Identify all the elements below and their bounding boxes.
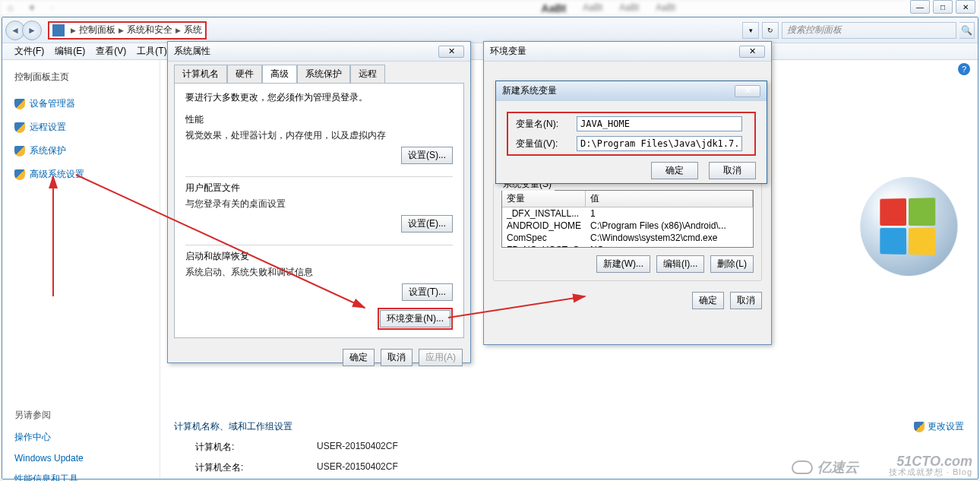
var-value-input[interactable] [577,136,742,151]
tab-computer-name[interactable]: 计算机名 [174,65,227,83]
see-also-perf-tools[interactable]: 性能信息和工具 [14,473,147,481]
chevron-right-icon: ▶ [71,27,76,34]
tab-advanced[interactable]: 高级 [262,65,297,83]
system-properties-dialog: 系统属性 ✕ 计算机名 硬件 高级 系统保护 远程 要进行大多数更改，您必须作为… [167,41,471,363]
menu-file[interactable]: 文件(F) [14,45,44,58]
see-also-windows-update[interactable]: Windows Update [14,453,147,464]
recovery-desc: 系统启动、系统失败和调试信息 [185,266,453,279]
sidebar-item-label: 高级系统设置 [30,168,84,181]
table-row[interactable]: ComSpecC:\Windows\system32\cmd.exe [502,232,753,244]
recovery-settings-button[interactable]: 设置(T)... [402,283,453,301]
section-title: 计算机名称、域和工作组设置 [174,420,964,433]
dialog-title: 系统属性 [174,45,210,58]
close-icon[interactable]: ✕ [739,46,765,58]
nav-forward-button[interactable]: ► [22,21,42,40]
recovery-heading: 启动和故障恢复 [185,250,453,263]
sysvars-table[interactable]: 变量 值 _DFX_INSTALL...1 ANDROID_HOMEC:\Pro… [501,190,754,248]
var-name-input[interactable] [577,116,742,131]
watermark-51cto: 51CTO.com 技术成就梦想 · Blog [889,454,972,476]
dialog-title: 新建系统变量 [502,84,557,97]
sidebar-item-advanced[interactable]: 高级系统设置 [14,168,147,181]
ok-button[interactable]: 确定 [692,292,724,309]
perf-settings-button[interactable]: 设置(S)... [401,147,453,164]
change-settings-link[interactable]: 更改设置 [914,420,964,433]
edit-var-button[interactable]: 编辑(I)... [656,255,704,273]
full-name-label: 计算机全名: [195,461,317,474]
admin-notice: 要进行大多数更改，您必须作为管理员登录。 [185,91,453,104]
breadcrumb-item[interactable]: 控制面板 [79,24,115,36]
close-icon[interactable]: ✕ [438,46,464,58]
breadcrumb-item[interactable]: 系统 [184,24,202,36]
see-also-title: 另请参阅 [14,409,147,422]
sidebar-item-remote[interactable]: 远程设置 [14,121,147,134]
shield-icon [14,122,25,133]
profile-heading: 用户配置文件 [185,182,453,195]
tab-strip: 计算机名 硬件 高级 系统保护 远程 [168,62,470,83]
var-name-label: 变量名(N): [516,118,577,131]
minimize-button[interactable]: — [910,0,930,14]
breadcrumb[interactable]: ▶ 控制面板 ▶ 系统和安全 ▶ 系统 [48,21,207,40]
new-system-variable-dialog: 新建系统变量 ✕ 变量名(N): 变量值(V): 确定 取消 [495,81,767,184]
full-name-value: USER-20150402CF [317,461,398,474]
menu-edit[interactable]: 编辑(E) [55,45,85,58]
ok-button[interactable]: 确定 [343,349,375,366]
profile-settings-button[interactable]: 设置(E)... [401,215,453,233]
watermark-yisuyun: 亿速云 [792,458,858,476]
history-dropdown[interactable]: ▾ [742,22,759,39]
window-controls: — □ ✕ [910,0,975,14]
menu-tools[interactable]: 工具(T) [137,45,166,58]
sidebar-item-protection[interactable]: 系统保护 [14,144,147,157]
computer-name-label: 计算机名: [195,441,317,454]
sidebar-item-label: 远程设置 [30,121,66,134]
ok-button[interactable]: 确定 [651,162,698,179]
chevron-right-icon: ▶ [119,27,124,34]
new-var-button[interactable]: 新建(W)... [596,255,650,273]
blurred-ribbon: ⌂▾· AaBt AaBt AaBt AaBt [0,0,980,17]
search-input[interactable]: 搜索控制面板 [782,22,956,39]
close-icon[interactable]: ✕ [735,85,760,97]
table-row[interactable]: ANDROID_HOMEC:\Program Files (x86)\Andro… [502,220,753,232]
cloud-icon [792,460,813,474]
shield-icon [14,169,25,180]
dialog-title: 环境变量 [490,45,526,58]
nav-bar: ◄ ► ▶ 控制面板 ▶ 系统和安全 ▶ 系统 ▾ ↻ 搜索控制面板 🔍 [2,17,978,43]
table-row[interactable]: FP_NO_HOST_C...NO [502,244,753,248]
perf-desc: 视觉效果，处理器计划，内存使用，以及虚拟内存 [185,129,453,142]
shield-icon [14,146,25,157]
perf-heading: 性能 [185,113,453,126]
shield-icon [914,422,925,432]
delete-var-button[interactable]: 删除(L) [710,255,754,273]
computer-name-value: USER-20150402CF [317,441,398,454]
cancel-button[interactable]: 取消 [730,292,762,309]
sidebar-item-label: 设备管理器 [30,97,75,110]
sidebar-item-label: 系统保护 [30,144,66,157]
table-row[interactable]: _DFX_INSTALL...1 [502,207,753,220]
cancel-button[interactable]: 取消 [381,349,413,366]
var-value-label: 变量值(V): [516,138,577,150]
sidebar-item-device-mgr[interactable]: 设备管理器 [14,97,147,110]
search-icon[interactable]: 🔍 [959,22,975,39]
chevron-right-icon: ▶ [175,27,181,34]
see-also-action-center[interactable]: 操作中心 [14,431,147,444]
breadcrumb-item[interactable]: 系统和安全 [127,24,172,36]
menu-view[interactable]: 查看(V) [96,45,126,58]
system-icon [52,24,65,36]
env-variables-button[interactable]: 环境变量(N)... [380,310,450,328]
windows-logo-icon [860,175,957,277]
column-variable[interactable]: 变量 [502,191,586,207]
tab-hardware[interactable]: 硬件 [227,65,262,83]
tab-protection[interactable]: 系统保护 [297,65,350,83]
close-button[interactable]: ✕ [956,0,975,14]
sidebar: 控制面板主页 设备管理器 远程设置 系统保护 高级系统设置 另请参阅 操作中心 … [2,60,160,479]
change-settings-label: 更改设置 [928,420,964,433]
profile-desc: 与您登录有关的桌面设置 [185,198,453,210]
tab-remote[interactable]: 远程 [350,65,385,83]
sidebar-title: 控制面板主页 [14,71,147,84]
cancel-button[interactable]: 取消 [709,162,756,179]
column-value[interactable]: 值 [586,191,753,207]
maximize-button[interactable]: □ [933,0,953,14]
shield-icon [14,99,25,109]
refresh-button[interactable]: ↻ [762,22,779,39]
apply-button[interactable]: 应用(A) [419,349,463,366]
